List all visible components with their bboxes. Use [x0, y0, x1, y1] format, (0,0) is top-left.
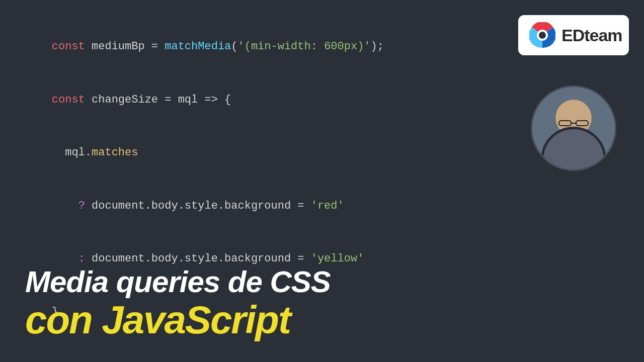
- ternary-q: ?: [78, 200, 92, 212]
- paren-close: );: [371, 40, 384, 53]
- document-1: document.body.style.background: [92, 200, 297, 212]
- fn-matchMedia: matchMedia: [165, 40, 231, 53]
- avatar: [531, 85, 616, 171]
- code-line-3: mql.matches: [25, 126, 619, 179]
- keyword-const2: const: [52, 94, 92, 106]
- var-mediumBp: mediumBp: [92, 40, 151, 53]
- prop-matches: .matches: [85, 146, 138, 159]
- title-line2: con JavaScript: [25, 299, 619, 342]
- var-mql2: mql: [65, 146, 85, 159]
- edteam-logo: EDteam: [518, 15, 629, 55]
- spaces-4: [52, 200, 78, 212]
- operator-eq2: =: [165, 94, 178, 106]
- avatar-glasses-icon: [558, 120, 589, 127]
- str-minwidth: '(min-width: 600px)': [238, 40, 371, 53]
- indent-spaces: [52, 146, 65, 159]
- avatar-placeholder: [532, 87, 615, 169]
- title-line1: Media queries de CSS: [25, 265, 619, 299]
- svg-rect-3: [559, 121, 571, 126]
- edteam-logo-icon: [529, 22, 555, 48]
- keyword-const: const: [52, 40, 92, 53]
- eq3: =: [297, 200, 310, 212]
- code-line-2: const changeSize = mql => {: [25, 73, 619, 127]
- arrow: => {: [204, 94, 231, 106]
- edteam-logo-text: EDteam: [561, 26, 622, 45]
- title-area: Media queries de CSS con JavaScript: [0, 216, 644, 362]
- operator-eq: =: [151, 40, 165, 53]
- svg-rect-4: [576, 121, 588, 126]
- var-changeSize: changeSize: [92, 94, 165, 106]
- str-red: 'red': [311, 200, 344, 212]
- paren-open: (: [231, 40, 237, 53]
- svg-point-2: [539, 32, 546, 39]
- var-mql: mql: [178, 94, 205, 106]
